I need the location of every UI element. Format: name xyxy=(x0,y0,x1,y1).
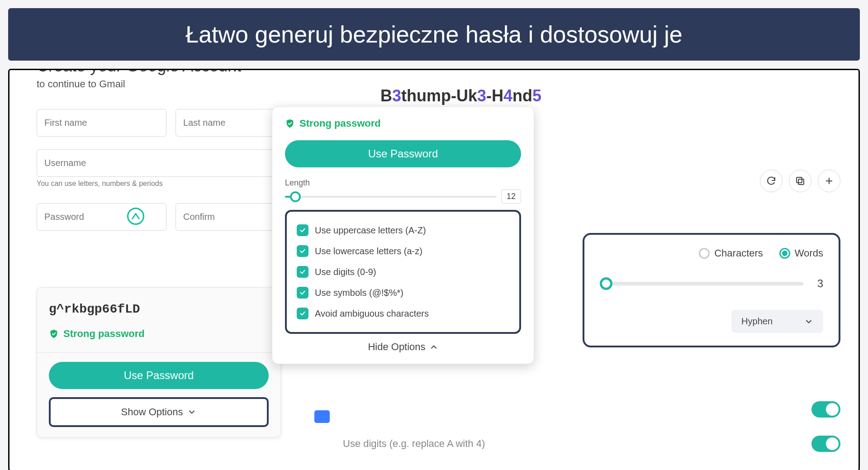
password-field[interactable] xyxy=(37,203,166,231)
username-hint: You can use letters, numbers & periods xyxy=(37,180,290,188)
regenerate-button[interactable] xyxy=(760,170,783,192)
chevron-down-icon xyxy=(187,408,196,417)
chevron-up-icon xyxy=(429,342,438,351)
option-lowercase[interactable]: Use lowercase letters (a-z) xyxy=(294,241,512,261)
option-label: Use digits (0-9) xyxy=(315,267,376,277)
shield-icon xyxy=(285,119,295,128)
show-options-label: Show Options xyxy=(121,406,183,418)
option-uppercase[interactable]: Use uppercase letters (A-Z) xyxy=(294,220,512,241)
radio-unchecked-icon xyxy=(699,248,710,259)
radio-words[interactable]: Words xyxy=(779,247,823,259)
svg-rect-1 xyxy=(797,177,802,183)
length-label: Length xyxy=(285,178,521,188)
refresh-icon xyxy=(766,176,777,186)
hide-options-button[interactable]: Hide Options xyxy=(285,341,521,353)
option-label: Avoid ambiguous characters xyxy=(315,309,429,319)
option-label: Use symbols (@!$%*) xyxy=(315,288,403,298)
length-slider[interactable] xyxy=(285,196,497,198)
strong-password-label: Strong password xyxy=(63,328,145,340)
radio-characters[interactable]: Characters xyxy=(699,247,763,259)
password-popup-small: g^rkbgp66fLD Strong password Use Passwor… xyxy=(37,287,281,437)
extra-toggles: Use digits (e.g. replace A with 4) xyxy=(343,392,840,461)
option-digits[interactable]: Use digits (0-9) xyxy=(294,261,512,282)
strong-password-label: Strong password xyxy=(299,118,381,129)
use-password-button[interactable]: Use Password xyxy=(49,362,269,389)
radio-checked-icon xyxy=(779,248,790,259)
checkbox-checked-icon xyxy=(297,245,308,257)
word-count-value: 3 xyxy=(812,277,823,290)
first-name-field[interactable] xyxy=(37,109,166,137)
toggle-1[interactable] xyxy=(811,401,840,418)
checkbox-checked-icon xyxy=(297,287,308,299)
use-password-button[interactable]: Use Password xyxy=(285,140,521,167)
option-avoid-ambiguous[interactable]: Avoid ambiguous characters xyxy=(294,303,512,324)
google-subtitle: to continue to Gmail xyxy=(37,78,290,90)
screenshot-stage: Create your Google Account to continue t… xyxy=(8,69,860,470)
options-frame: Use uppercase letters (A-Z) Use lowercas… xyxy=(285,210,521,334)
show-password-toggle[interactable] xyxy=(314,410,330,423)
show-options-button[interactable]: Show Options xyxy=(49,397,269,427)
length-value[interactable]: 12 xyxy=(501,190,521,204)
toggle-use-digits[interactable] xyxy=(811,436,840,452)
radio-characters-label: Characters xyxy=(714,247,763,259)
option-label: Use lowercase letters (a-z) xyxy=(315,246,422,256)
username-field[interactable] xyxy=(37,149,290,177)
hide-options-label: Hide Options xyxy=(368,341,425,353)
word-count-slider[interactable] xyxy=(600,282,803,285)
option-symbols[interactable]: Use symbols (@!$%*) xyxy=(294,282,512,303)
shield-icon xyxy=(49,329,59,339)
checkbox-checked-icon xyxy=(297,224,308,236)
separator-value: Hyphen xyxy=(741,316,773,327)
checkbox-checked-icon xyxy=(297,308,308,319)
generated-password-small: g^rkbgp66fLD xyxy=(37,298,280,328)
checkbox-checked-icon xyxy=(297,266,308,278)
google-signup-form: Create your Google Account to continue t… xyxy=(37,69,290,243)
generated-password-words: B3thump-Uk3-H4nd5 xyxy=(380,86,840,106)
word-options-frame: Characters Words 3 Hyphen xyxy=(583,233,840,347)
copy-button[interactable] xyxy=(789,170,811,192)
svg-rect-0 xyxy=(798,179,804,185)
use-digits-label: Use digits (e.g. replace A with 4) xyxy=(343,438,485,450)
plus-icon xyxy=(824,176,835,186)
option-label: Use uppercase letters (A-Z) xyxy=(315,225,426,236)
copy-icon xyxy=(795,176,806,186)
password-popup-big: Strong password Use Password Length 12 U… xyxy=(272,106,534,364)
headline-banner: Łatwo generuj bezpieczne hasła i dostoso… xyxy=(8,8,860,61)
nordpass-icon[interactable] xyxy=(127,208,144,225)
add-button[interactable] xyxy=(818,170,840,192)
google-title: Create your Google Account xyxy=(37,69,290,76)
chevron-down-icon xyxy=(804,317,813,326)
separator-select[interactable]: Hyphen xyxy=(731,310,823,333)
radio-words-label: Words xyxy=(795,247,823,259)
